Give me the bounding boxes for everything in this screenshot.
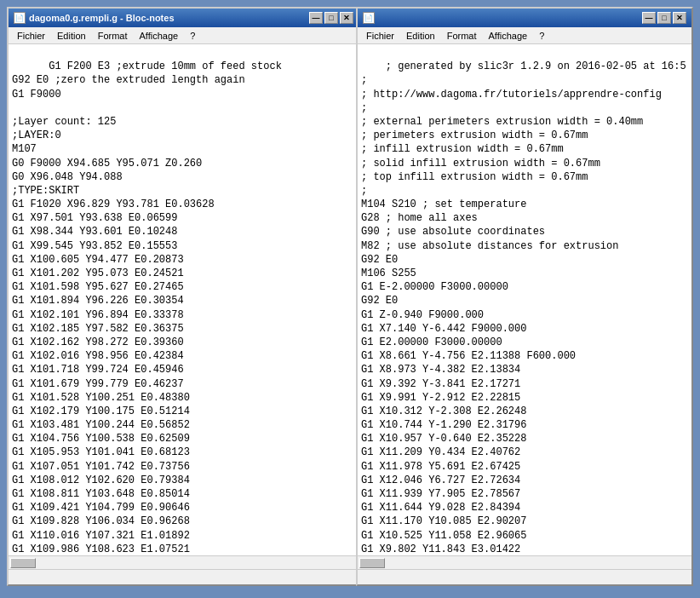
left-text-content[interactable]: G1 F200 E3 ;extrude 10mm of feed stock G…	[9, 44, 359, 555]
close-button[interactable]: ✕	[340, 12, 353, 24]
left-window-title: dagoma0.g.rempli.g - Bloc-notes	[29, 13, 175, 23]
left-file-content: G1 F200 E3 ;extrude 10mm of feed stock G…	[12, 60, 282, 555]
right-menu-fichier[interactable]: Fichier	[361, 30, 399, 42]
right-menu-affichage[interactable]: Affichage	[484, 30, 533, 42]
right-menubar: Fichier Edition Format Affichage ?	[358, 27, 691, 44]
menu-format[interactable]: Format	[93, 30, 133, 42]
left-statusbar	[9, 569, 359, 584]
left-horizontal-scrollbar[interactable]	[9, 555, 359, 569]
right-horizontal-scrollbar[interactable]	[358, 555, 691, 569]
left-menubar: Fichier Edition Format Affichage ?	[9, 27, 359, 44]
menu-help[interactable]: ?	[185, 30, 200, 42]
menu-edition[interactable]: Edition	[52, 30, 91, 42]
right-close-button[interactable]: ✕	[673, 12, 686, 24]
right-content-top: ; generated by slic3r 1.2.9 on 2016-02-0…	[361, 60, 686, 555]
right-notepad-icon: 📄	[363, 12, 375, 24]
right-titlebar: 📄 — □ ✕	[358, 9, 691, 27]
right-menu-format[interactable]: Format	[442, 30, 482, 42]
left-window: 📄 dagoma0.g.rempli.g - Bloc-notes — □ ✕ …	[7, 7, 360, 586]
maximize-button[interactable]: □	[324, 12, 338, 24]
notepad-icon: 📄	[14, 12, 26, 24]
right-menu-edition[interactable]: Edition	[401, 30, 440, 42]
left-window-buttons: — □ ✕	[309, 12, 353, 24]
left-title-area: 📄 dagoma0.g.rempli.g - Bloc-notes	[14, 12, 175, 24]
right-minimize-button[interactable]: —	[642, 12, 656, 24]
menu-fichier[interactable]: Fichier	[12, 30, 50, 42]
left-scrollbar-thumb[interactable]	[10, 558, 36, 568]
right-title-area: 📄	[363, 12, 378, 24]
right-menu-help[interactable]: ?	[534, 30, 549, 42]
minimize-button[interactable]: —	[309, 12, 323, 24]
right-text-content[interactable]: ; generated by slic3r 1.2.9 on 2016-02-0…	[358, 44, 691, 555]
right-window-buttons: — □ ✕	[642, 12, 686, 24]
menu-affichage[interactable]: Affichage	[135, 30, 184, 42]
right-maximize-button[interactable]: □	[657, 12, 671, 24]
left-titlebar: 📄 dagoma0.g.rempli.g - Bloc-notes — □ ✕	[9, 9, 359, 27]
right-statusbar	[358, 569, 691, 584]
right-window: 📄 — □ ✕ Fichier Edition Format Affichage…	[356, 7, 693, 586]
right-scrollbar-thumb[interactable]	[359, 558, 385, 568]
